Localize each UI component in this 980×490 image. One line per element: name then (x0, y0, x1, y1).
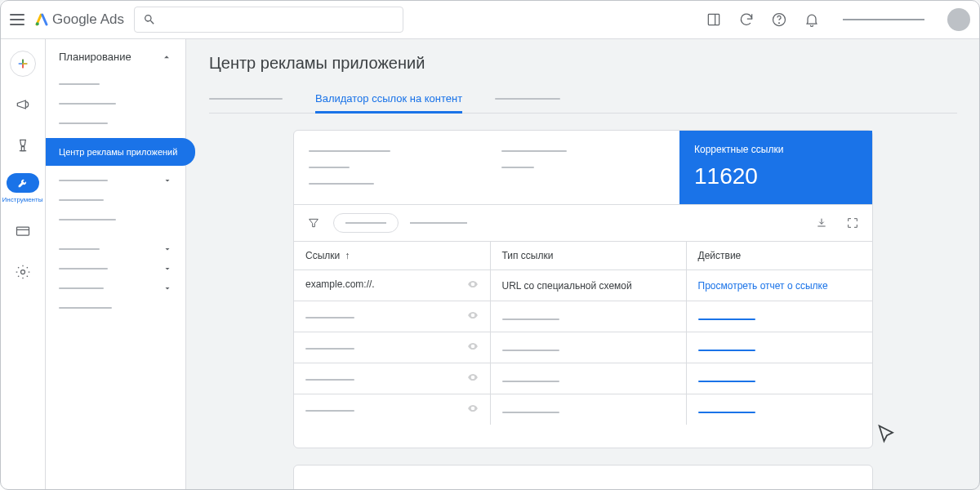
sort-asc-icon: ↑ (345, 250, 350, 261)
table-toolbar (294, 204, 872, 241)
secondary-card (293, 465, 873, 490)
cursor-icon (875, 423, 898, 449)
sidebar-item[interactable] (46, 278, 185, 298)
chevron-down-icon (163, 244, 172, 254)
tab-label: Валидатор ссылок на контент (315, 92, 462, 105)
sidebar-item[interactable] (46, 114, 185, 133)
chevron-down-icon (163, 283, 172, 293)
stat-label: Корректные ссылки (694, 144, 858, 155)
ads-logo-icon (34, 12, 49, 27)
chevron-down-icon (163, 176, 172, 185)
table-row: example.com://. URL со специальной схемо… (294, 270, 872, 301)
stat-col[interactable] (487, 131, 679, 204)
visibility-icon[interactable] (467, 278, 479, 292)
nav-rail: Инструменты (0, 39, 46, 490)
sidebar-item[interactable] (46, 239, 185, 259)
tools-icon[interactable] (7, 173, 39, 193)
visibility-icon[interactable] (467, 341, 479, 354)
sidebar-item[interactable] (46, 210, 185, 229)
expand-icon[interactable] (844, 215, 861, 231)
action-link[interactable] (698, 412, 755, 413)
sidebar-item[interactable] (46, 94, 185, 114)
action-link[interactable] (698, 381, 755, 382)
table-row (294, 332, 872, 363)
chevron-up-icon (161, 51, 172, 63)
notifications-icon[interactable] (804, 11, 820, 28)
sidebar: Планирование Центр рекламы приложений (46, 39, 186, 490)
stat-value: 11620 (694, 163, 858, 189)
table-row (294, 363, 872, 394)
sidebar-item[interactable] (46, 259, 185, 278)
tab[interactable] (495, 91, 560, 108)
table-row (294, 394, 872, 425)
appearance-icon[interactable] (706, 11, 722, 28)
view-report-link[interactable]: Просмотреть отчет о ссылке (698, 280, 828, 292)
tab[interactable] (209, 91, 283, 108)
header-actions (706, 8, 970, 31)
logo-text: Google Ads (52, 11, 124, 28)
action-link[interactable] (698, 350, 755, 351)
sidebar-item[interactable] (46, 190, 185, 210)
app-header: Google Ads (0, 0, 980, 39)
stat-col[interactable] (294, 131, 487, 204)
chevron-down-icon (163, 264, 172, 274)
tab-link-validator[interactable]: Валидатор ссылок на контент (315, 86, 462, 113)
link-cell: example.com://. (305, 278, 375, 290)
col-header-type[interactable]: Тип ссылки (490, 242, 686, 270)
svg-point-4 (779, 22, 780, 23)
svg-rect-1 (708, 14, 719, 24)
sidebar-item-app-ads-hub[interactable]: Центр рекламы приложений (46, 138, 195, 166)
type-cell: URL со специальной схемой (502, 280, 632, 292)
visibility-icon[interactable] (467, 403, 479, 416)
links-table: Ссылки↑ Тип ссылки Действие example.com:… (294, 241, 872, 425)
svg-point-12 (20, 270, 24, 274)
search-field[interactable] (163, 13, 394, 25)
sidebar-item[interactable] (46, 298, 185, 318)
campaigns-icon[interactable] (10, 91, 36, 118)
account-placeholder (843, 19, 924, 20)
sidebar-item[interactable] (46, 74, 185, 94)
download-icon[interactable] (813, 215, 830, 231)
goals-icon[interactable] (10, 132, 36, 158)
validator-card: Корректные ссылки 11620 Ссылки↑ Тип ссыл (293, 130, 873, 448)
stat-col-valid-links[interactable]: Корректные ссылки 11620 (679, 131, 872, 204)
svg-rect-10 (16, 227, 29, 235)
visibility-icon[interactable] (467, 372, 479, 385)
sidebar-section-header[interactable]: Планирование (46, 51, 185, 69)
sidebar-header-label: Планирование (59, 51, 131, 63)
tabs: Валидатор ссылок на контент (209, 86, 957, 114)
col-header-action[interactable]: Действие (686, 242, 872, 270)
svg-marker-13 (310, 219, 318, 226)
visibility-icon[interactable] (467, 310, 479, 323)
refresh-icon[interactable] (738, 11, 755, 28)
table-row (294, 301, 872, 332)
content-area: Центр рекламы приложений Валидатор ссыло… (186, 39, 980, 490)
page-title: Центр рекламы приложений (209, 54, 957, 73)
filter-chip[interactable] (333, 213, 399, 233)
stats-row: Корректные ссылки 11620 (294, 131, 872, 204)
search-icon (143, 13, 156, 26)
menu-icon[interactable] (10, 14, 24, 25)
tools-label: Инструменты (2, 196, 43, 203)
create-button[interactable] (10, 51, 36, 77)
sidebar-item[interactable] (46, 171, 185, 190)
help-icon[interactable] (771, 11, 787, 28)
col-header-links[interactable]: Ссылки↑ (294, 242, 490, 270)
action-link[interactable] (698, 318, 755, 320)
product-logo: Google Ads (34, 11, 124, 28)
admin-icon[interactable] (10, 259, 36, 285)
avatar[interactable] (947, 8, 970, 31)
filter-icon[interactable] (305, 215, 322, 231)
sidebar-active-label: Центр рекламы приложений (59, 147, 177, 158)
svg-point-0 (36, 22, 39, 25)
billing-icon[interactable] (10, 218, 36, 244)
search-input[interactable] (134, 7, 403, 33)
